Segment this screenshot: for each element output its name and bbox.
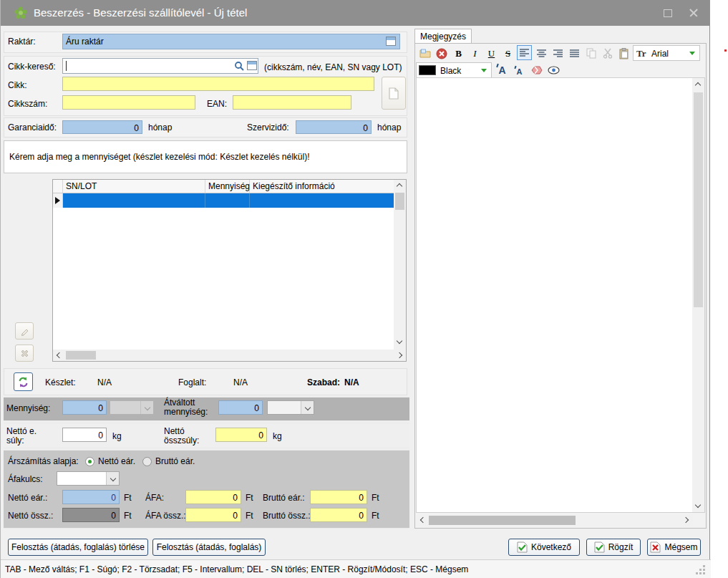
next-label: Következő <box>531 542 571 552</box>
search-icon[interactable] <box>234 61 244 71</box>
net-unit-weight-field[interactable]: 0 <box>62 428 107 442</box>
align-center-button[interactable] <box>534 46 549 61</box>
editor-hscrollbar[interactable] <box>416 514 693 526</box>
align-right-button[interactable] <box>550 46 566 61</box>
open-file-button[interactable] <box>417 46 432 61</box>
warehouse-field[interactable]: Áru raktár <box>62 34 400 49</box>
strikethrough-button[interactable]: S <box>500 46 515 61</box>
col-snlot[interactable]: SN/LOT <box>63 180 205 193</box>
clear-allocation-label: Felosztás (átadás, foglalás) törlése <box>11 542 145 552</box>
italic-button[interactable]: I <box>467 46 482 61</box>
net-price-field[interactable]: 0 <box>62 490 120 504</box>
service-label: Szervizidő: <box>247 122 289 133</box>
item-search-hint: (cikkszám, név, EAN, SN vagy LOT) <box>264 62 402 72</box>
scroll-down-icon[interactable] <box>695 502 701 508</box>
warehouse-lookup-icon[interactable] <box>386 37 396 46</box>
item-lookup-icon[interactable] <box>247 61 257 70</box>
item-number-field[interactable] <box>62 95 195 110</box>
service-field: 0 <box>296 120 372 134</box>
table-hscrollbar[interactable] <box>53 350 406 361</box>
scroll-left-icon[interactable] <box>57 352 62 358</box>
col-kiegeszito[interactable]: Kiegészítő információ <box>250 180 395 193</box>
comment-textarea[interactable] <box>416 77 705 513</box>
vat-field[interactable]: 0 <box>185 490 241 504</box>
close-button[interactable] <box>684 5 704 21</box>
editor-vscrollbar[interactable] <box>692 78 704 512</box>
allocation-label: Felosztás (átadás, foglalás) <box>157 542 262 552</box>
copy-button[interactable] <box>583 46 598 61</box>
quantity-label: Mennyiség: <box>6 403 50 413</box>
save-button[interactable]: Rögzít <box>586 539 641 556</box>
message-text: Kérem adja meg a mennyiséget (készlet ke… <box>9 152 310 162</box>
quantity-field[interactable]: 0 <box>62 400 107 415</box>
scroll-left-icon[interactable] <box>420 517 426 523</box>
price-basis-label: Árszámítás alapja: <box>8 456 79 466</box>
preview-button[interactable] <box>546 62 561 77</box>
radio-net-price[interactable] <box>85 457 94 466</box>
converted-qty-unit-combo[interactable] <box>267 400 314 415</box>
font-tr-icon: Tr <box>636 48 646 59</box>
titlebar[interactable]: Beszerzés - Beszerzési szállítólevél - Ú… <box>1 0 709 26</box>
paste-button[interactable] <box>616 46 631 61</box>
allocation-button[interactable]: Felosztás (átadás, foglalás) <box>152 539 266 556</box>
eraser-button[interactable] <box>529 62 544 77</box>
edit-row-button[interactable] <box>15 322 34 339</box>
editor-vscroll-thumb[interactable] <box>694 92 703 307</box>
window-title: Beszerzés - Beszerzési szállítólevél - Ú… <box>34 6 247 19</box>
scroll-up-icon[interactable] <box>397 183 402 189</box>
clear-allocation-button[interactable]: Felosztás (átadás, foglalás) törlése <box>8 539 148 556</box>
font-family-select[interactable]: Tr Arial <box>633 45 700 61</box>
scroll-right-icon[interactable] <box>397 352 402 358</box>
item-search-input[interactable] <box>62 58 258 74</box>
col-mennyiseg[interactable]: Mennyiség <box>205 180 250 193</box>
increase-font-button[interactable]: A <box>495 62 510 77</box>
cell-snlot <box>63 193 205 208</box>
tab-megjegyzes[interactable]: Megjegyzés <box>414 29 472 44</box>
gross-total-field[interactable]: 0 <box>310 508 367 522</box>
desktop-background: Beszerzés - Beszerzési szállítólevél - Ú… <box>0 0 728 578</box>
editor-hscroll-thumb[interactable] <box>429 516 576 525</box>
converted-qty-field[interactable]: 0 <box>218 400 263 415</box>
justify-button[interactable] <box>567 46 582 61</box>
radio-gross-price[interactable] <box>142 457 152 466</box>
clear-red-icon <box>436 48 447 59</box>
font-color-select[interactable]: Black <box>416 62 492 78</box>
cancel-label: Mégsem <box>664 542 697 552</box>
vat-total-field[interactable]: 0 <box>185 508 241 522</box>
radio-gross-price-label: Bruttó eár. <box>155 456 195 466</box>
new-item-button[interactable] <box>382 77 406 110</box>
scroll-right-icon[interactable] <box>683 517 689 523</box>
vat-key-combo[interactable] <box>57 471 120 486</box>
underline-button[interactable]: U <box>484 46 499 61</box>
table-row[interactable] <box>53 193 395 208</box>
table-vscrollbar[interactable] <box>394 180 406 350</box>
app-icon <box>14 6 28 20</box>
scroll-down-icon[interactable] <box>397 338 402 344</box>
net-total-weight-label-1: Nettó <box>164 426 185 436</box>
maximize-button[interactable] <box>658 5 678 21</box>
free-label: Szabad: <box>307 377 340 387</box>
eye-icon <box>548 66 560 74</box>
cut-button[interactable] <box>600 46 615 61</box>
service-unit: hónap <box>377 122 401 133</box>
net-total-weight-field[interactable]: 0 <box>215 428 267 442</box>
scroll-up-icon[interactable] <box>695 82 701 88</box>
gross-price-field[interactable]: 0 <box>310 490 367 504</box>
decrease-font-button[interactable]: A <box>512 64 527 79</box>
table-hscroll-thumb[interactable] <box>66 351 96 360</box>
resize-grip-icon[interactable] <box>703 572 705 574</box>
stock-value: N/A <box>97 377 112 387</box>
align-left-button[interactable] <box>517 45 532 60</box>
clear-content-button[interactable] <box>434 46 449 61</box>
refresh-stock-button[interactable] <box>14 372 33 391</box>
next-button[interactable]: Következő <box>508 539 580 556</box>
delete-row-button[interactable] <box>15 345 34 362</box>
ean-field[interactable] <box>233 95 351 110</box>
table-vscroll-thumb[interactable] <box>395 193 404 210</box>
item-field[interactable] <box>62 77 374 91</box>
close-icon <box>689 8 699 18</box>
warranty-field: 0 <box>62 120 142 134</box>
bold-button[interactable]: B <box>451 46 466 61</box>
open-file-icon <box>419 49 431 58</box>
cancel-button[interactable]: Mégsem <box>647 539 701 556</box>
